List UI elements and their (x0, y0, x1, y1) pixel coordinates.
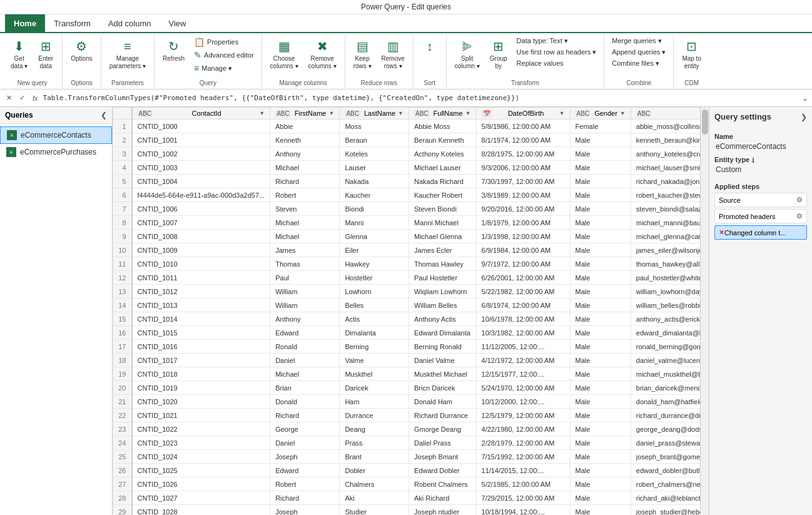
step-changed-delete-button[interactable]: ✕ (719, 228, 724, 237)
data-cell: 7/15/1992, 12:00:00 AM (476, 450, 570, 464)
manage-parameters-button[interactable]: ≡ Manageparameters ▾ (105, 36, 150, 73)
merge-queries-button[interactable]: Merge queries ▾ (608, 36, 669, 46)
group-by-button[interactable]: ⊞ Groupby (485, 36, 512, 73)
use-first-row-button[interactable]: Use first row as headers ▾ (513, 47, 601, 58)
ribbon-group-new-query: ⬇ Getdata ▾ ⊞ Enterdata New query (3, 34, 63, 88)
data-cell: robert_chalmers@nelsonandsons.com (631, 477, 700, 491)
data-cell: 12/15/1977, 12:00:... (476, 367, 570, 381)
split-column-button[interactable]: ⫸ Splitcolumn ▾ (450, 36, 484, 73)
tab-home[interactable]: Home (5, 14, 45, 32)
append-queries-button[interactable]: Append queries ▾ (608, 47, 669, 58)
data-cell: 1/3/1998, 12:00:00 AM (476, 230, 570, 243)
data-cell: Daricek (340, 381, 409, 395)
data-cell: Edward Dimalanta (409, 326, 477, 340)
data-cell: james_eiler@wilsonjohnsonandchan.com (631, 243, 700, 257)
data-area[interactable]: ABC ContactId ▼ ABC FirstName ▼ (113, 107, 700, 515)
formula-fx-button[interactable]: fx (30, 94, 41, 103)
applied-step-promoted-headers[interactable]: Promoted headers ⚙ (714, 209, 807, 223)
filter-firstname-button[interactable]: ▼ (328, 110, 334, 116)
grid-body: 1CNTID_1000AbbieMossAbbie Moss5/8/1986, … (113, 120, 701, 516)
query-item-ecommerce-purchases[interactable]: ≡ eCommercePurchases (0, 144, 112, 160)
window-title: Power Query - Edit queries (361, 3, 451, 11)
data-cell: Male (570, 216, 631, 230)
query-item-ecommerce-contacts[interactable]: ≡ eCommerceContacts (0, 126, 112, 144)
data-cell: Male (570, 271, 631, 285)
formula-input[interactable] (43, 94, 799, 102)
data-cell: michael_glenna@carterplc.com (631, 230, 700, 243)
remove-columns-icon: ✖ (317, 39, 328, 54)
properties-button[interactable]: 📋 Properties (190, 36, 258, 48)
data-table: ABC ContactId ▼ ABC FirstName ▼ (113, 107, 700, 515)
formula-cancel-button[interactable]: ✕ (4, 93, 14, 103)
data-cell: Joseph ntudier (409, 505, 477, 516)
step-source-label: Source (719, 196, 796, 204)
filter-fullname-button[interactable]: ▼ (465, 110, 471, 116)
data-cell: 6/9/1984, 12:00:00 AM (476, 243, 570, 257)
data-cell: 11/12/2005, 12:00:... (476, 340, 570, 354)
data-type-button[interactable]: Data type: Text ▾ (513, 36, 601, 46)
data-cell: richard_aki@leblancthonas.com (631, 491, 700, 505)
data-cell: Anthony (270, 312, 340, 326)
vertical-scrollbar[interactable] (700, 107, 709, 515)
manage-button[interactable]: ≡ Manage ▾ (190, 62, 258, 74)
applied-step-source[interactable]: Source ⚙ (714, 193, 807, 207)
col-header-rownum (113, 108, 132, 120)
remove-rows-button[interactable]: ▥ Removerows ▾ (377, 36, 409, 73)
row-number-cell: 8 (113, 216, 132, 230)
refresh-button[interactable]: ↻ Refresh (158, 36, 189, 66)
table-row: 1CNTID_1000AbbieMossAbbie Moss5/8/1986, … (113, 120, 701, 133)
data-cell: Dobler (340, 464, 409, 477)
combine-files-button[interactable]: Combine files ▾ (608, 58, 669, 69)
step-source-gear-button[interactable]: ⚙ (796, 196, 803, 204)
get-data-button[interactable]: ⬇ Getdata ▾ (6, 36, 32, 73)
data-cell: CNTID_1000 (132, 120, 270, 133)
sort-button[interactable]: ↕ (417, 36, 442, 58)
queries-panel: Queries ❮ ≡ eCommerceContacts ≡ eCommerc… (0, 107, 113, 515)
table-row: 19CNTID_1018MichaelMuskthelMuskthel Mich… (113, 367, 701, 381)
keep-rows-button[interactable]: ▤ Keeprows ▾ (349, 36, 376, 73)
queries-collapse-button[interactable]: ❮ (101, 111, 107, 120)
filter-dob-button[interactable]: ▼ (559, 110, 565, 116)
data-cell: brian_daricek@mendezlarsonandmoore.com (631, 381, 700, 395)
data-cell: Biondi (340, 202, 409, 216)
row-number-cell: 3 (113, 147, 132, 161)
tab-add-column[interactable]: Add column (99, 14, 160, 32)
formula-expand-button[interactable]: ⌄ (802, 94, 808, 103)
data-cell: Male (570, 312, 631, 326)
tab-view[interactable]: View (160, 14, 195, 32)
options-button[interactable]: ⚙ Options (66, 36, 96, 66)
filter-contactid-button[interactable]: ▼ (259, 110, 265, 116)
query-item-label-2: eCommercePurchases (20, 148, 96, 156)
step-promoted-gear-button[interactable]: ⚙ (796, 212, 803, 220)
data-cell: 9/7/1972, 12:00:00 AM (476, 257, 570, 271)
remove-columns-button[interactable]: ✖ Removecolumns ▾ (304, 36, 341, 73)
remove-rows-icon: ▥ (387, 39, 399, 54)
data-cell: Eiler (340, 243, 409, 257)
data-cell: William (270, 285, 340, 298)
data-cell: Daniel (270, 354, 340, 367)
data-cell: Michael Lauser (409, 161, 477, 175)
data-cell: 4/22/1980, 12:00:00 AM (476, 422, 570, 436)
enter-data-icon: ⊞ (41, 39, 51, 54)
settings-name-value: eCommerceContacts (714, 142, 807, 151)
filter-lastname-button[interactable]: ▼ (398, 110, 403, 116)
settings-expand-button[interactable]: ❯ (801, 113, 807, 121)
data-cell: joseph_studier@hebertgrayandmartinez.com (631, 505, 700, 516)
data-cell: Male (570, 298, 631, 312)
formula-confirm-button[interactable]: ✓ (17, 93, 28, 103)
data-cell: CNTID_1003 (132, 161, 270, 175)
map-to-entity-button[interactable]: ⊡ Map toentity (678, 36, 706, 73)
data-cell: Daniel Valme (409, 354, 477, 367)
filter-gender-button[interactable]: ▼ (620, 110, 626, 116)
replace-values-button[interactable]: Replace values (513, 58, 601, 68)
applied-step-changed-column[interactable]: ✕ Changed column t... (714, 225, 807, 240)
advanced-editor-button[interactable]: ✎ Advanced editor (190, 49, 258, 61)
choose-columns-button[interactable]: ▦ Choosecolumns ▾ (266, 36, 303, 73)
col-header-contactid: ABC ContactId ▼ (132, 108, 270, 120)
enter-data-button[interactable]: ⊞ Enterdata (33, 36, 58, 73)
table-row: 6f4444de5-664e-e911-a9ac-000d3a2d57...Ro… (113, 188, 701, 202)
data-cell: 5/2/1985, 12:00:00 AM (476, 477, 570, 491)
applied-steps-title: Applied steps (714, 183, 807, 190)
transform-small-group: Data type: Text ▾ Use first row as heade… (513, 36, 601, 68)
tab-transform[interactable]: Transform (45, 14, 99, 32)
